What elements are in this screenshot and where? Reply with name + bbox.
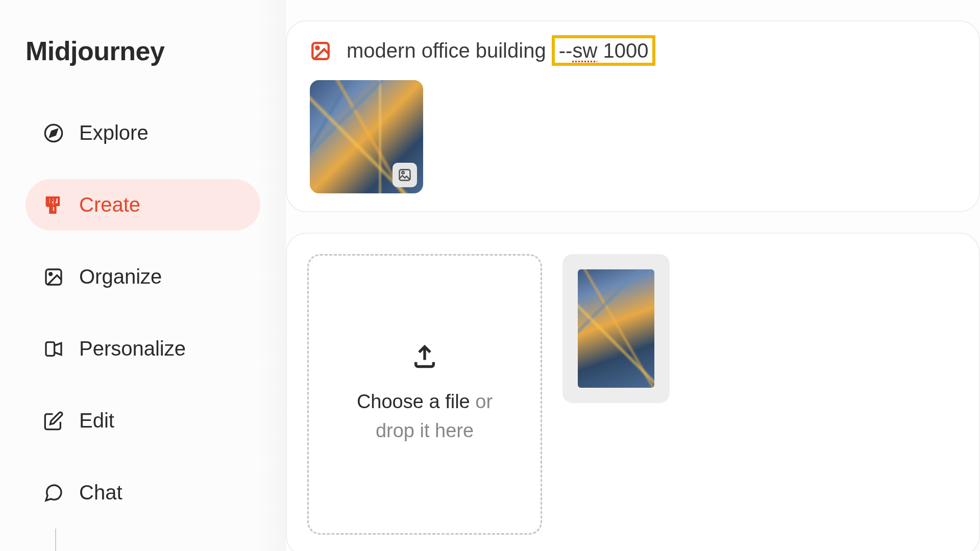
sidebar-item-personalize[interactable]: Personalize	[26, 323, 260, 374]
sidebar-item-label: Chat	[79, 481, 122, 504]
chat-bubbles-icon	[43, 483, 64, 503]
prompt-row: modern office building --sw 1000	[310, 39, 956, 62]
sidebar-item-label: Organize	[79, 265, 162, 288]
sidebar-item-explore[interactable]: Explore	[26, 107, 260, 159]
pencil-square-icon	[43, 411, 64, 431]
sidebar-item-organize[interactable]: Organize	[26, 251, 260, 303]
svg-rect-6	[46, 342, 55, 356]
uploaded-reference-container[interactable]	[562, 254, 670, 403]
dropzone-text-drop: drop it here	[376, 420, 474, 441]
svg-point-8	[316, 46, 318, 49]
upload-card: Choose a file or drop it here	[286, 233, 980, 551]
upload-icon	[411, 343, 438, 372]
uploaded-reference-thumbnail	[578, 269, 654, 388]
prompt-card: modern office building --sw 1000	[286, 20, 980, 212]
sidebar-item-create[interactable]: Create	[26, 179, 260, 231]
dropzone-text-main: Choose a file	[357, 391, 470, 412]
image-icon	[43, 267, 64, 287]
reference-thumbnail[interactable]	[310, 80, 423, 193]
brush-icon	[43, 195, 64, 215]
svg-marker-1	[50, 129, 57, 136]
sidebar-item-label: Edit	[79, 409, 114, 432]
highlighted-parameter: --sw 1000	[552, 35, 656, 66]
sidebar-subitem-help[interactable]: Help	[26, 539, 260, 551]
image-reference-icon[interactable]	[310, 40, 331, 62]
sidebar-item-label: Create	[79, 193, 140, 216]
prompt-text-prefix: modern office building	[347, 39, 552, 62]
sidebar-item-label: Explore	[79, 121, 149, 144]
compass-icon	[43, 123, 64, 143]
sidebar: Midjourney Explore Create	[0, 0, 286, 551]
sidebar-item-chat[interactable]: Chat	[26, 467, 260, 518]
svg-point-5	[50, 272, 52, 275]
prompt-input[interactable]: modern office building --sw 1000	[347, 39, 655, 62]
app-logo: Midjourney	[26, 36, 260, 66]
shapes-icon	[43, 339, 64, 359]
dropzone-text-or: or	[470, 391, 493, 412]
main-content: modern office building --sw 1000	[286, 0, 980, 551]
svg-point-10	[402, 171, 404, 174]
sidebar-item-edit[interactable]: Edit	[26, 395, 260, 446]
sidebar-item-label: Personalize	[79, 337, 186, 360]
file-dropzone[interactable]: Choose a file or drop it here	[307, 254, 542, 535]
dropzone-text: Choose a file or drop it here	[357, 387, 493, 445]
thumbnail-type-badge[interactable]	[393, 163, 417, 187]
